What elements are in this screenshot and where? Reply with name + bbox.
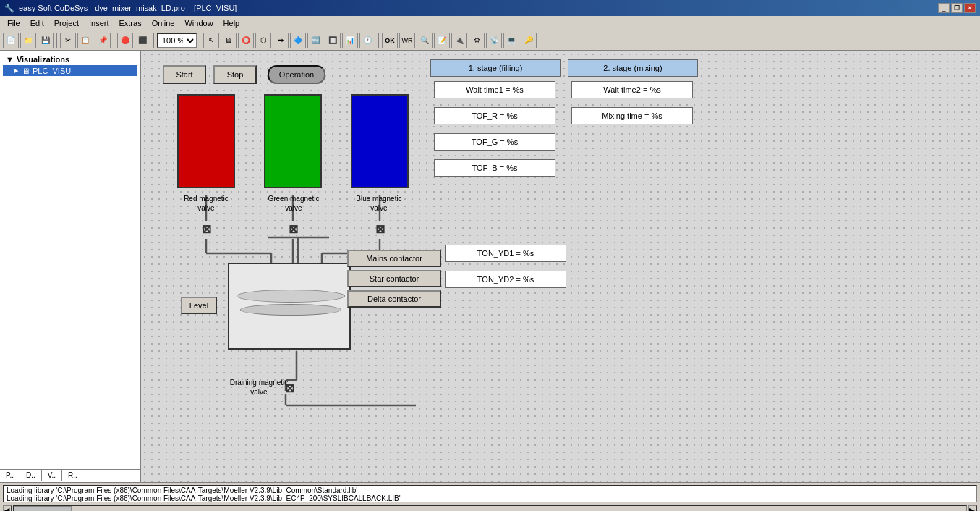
wait-time1-label: Wait time1 = %s	[466, 85, 523, 94]
tb-btn16[interactable]: 📝	[434, 33, 450, 48]
tb-new[interactable]: 📄	[3, 33, 19, 48]
left-panel-tabs: P.. D.. V.. R..	[0, 469, 141, 481]
menu-online[interactable]: Online	[148, 18, 179, 28]
tb-btn6[interactable]: ⭕	[238, 33, 254, 48]
tb-sep3	[153, 33, 154, 48]
tb-btn5[interactable]: 🖥	[221, 33, 237, 48]
status-line1: Loading library 'C:\Program Files (x86)\…	[7, 486, 973, 494]
tab-d[interactable]: D..	[20, 470, 42, 481]
tb-sep1	[56, 33, 57, 48]
tb-btn21[interactable]: 🔑	[521, 33, 537, 48]
tb-btn14[interactable]: WR	[399, 33, 415, 48]
menu-window[interactable]: Window	[180, 18, 217, 28]
tb-btn20[interactable]: 💻	[503, 33, 519, 48]
tab-r[interactable]: R..	[62, 470, 83, 481]
green-valve-label: Green magnetic valve	[264, 194, 323, 213]
status-bar: Loading library 'C:\Program Files (x86)\…	[0, 482, 980, 511]
tb-btn7[interactable]: ⬡	[255, 33, 271, 48]
tab-p[interactable]: P..	[0, 470, 20, 481]
mixer-body	[228, 263, 351, 350]
scroll-track[interactable]	[13, 505, 967, 511]
star-contactor-box[interactable]: Star contactor	[347, 270, 441, 287]
zoom-select[interactable]: 100 % 75 % 50 % 150 % 200 %	[157, 33, 197, 48]
tab-v[interactable]: V..	[42, 470, 62, 481]
level-label: Level	[189, 301, 208, 310]
ton-yd1-label: TON_YD1 = %s	[477, 249, 534, 258]
tb-open[interactable]: 📁	[20, 33, 36, 48]
menu-edit[interactable]: Edit	[26, 18, 48, 28]
menu-insert[interactable]: Insert	[85, 18, 114, 28]
draining-valve-label: Draining magnetic valve	[229, 378, 289, 397]
tb-btn13[interactable]: 🕐	[359, 33, 375, 48]
tof-g-box: TOF_G = %s	[434, 133, 555, 151]
menu-help[interactable]: Help	[219, 18, 244, 28]
tb-btn9[interactable]: 🔷	[290, 33, 306, 48]
status-line2: Loading library 'C:\Program Files (x86)\…	[7, 494, 973, 502]
tank-red	[177, 94, 235, 188]
title-bar-buttons: _ ❐ ✕	[938, 3, 976, 13]
title-bar: 🔧 easy Soft CoDeSys - dye_mixer_misak_LD…	[0, 0, 980, 16]
operation-button[interactable]: Operation	[268, 65, 325, 84]
tb-paste[interactable]: 📌	[95, 33, 111, 48]
tb-btn3[interactable]: 🔴	[117, 33, 133, 48]
tb-btn12[interactable]: 📊	[342, 33, 358, 48]
menu-extras[interactable]: Extras	[114, 18, 145, 28]
tb-copy[interactable]: 📋	[77, 33, 93, 48]
tb-btn17[interactable]: 🔌	[451, 33, 467, 48]
tb-save[interactable]: 💾	[38, 33, 54, 48]
delta-contactor-box[interactable]: Delta contactor	[347, 290, 441, 308]
mixing-time-label: Mixing time = %s	[602, 111, 662, 120]
ton-yd1-box: TON_YD1 = %s	[445, 245, 566, 262]
stage1-header: 1. stage (filling)	[430, 59, 561, 77]
tb-cut[interactable]: ✂	[60, 33, 76, 48]
wait-time2-label: Wait time2 = %s	[603, 85, 660, 94]
stop-label: Stop	[227, 70, 244, 79]
close-btn[interactable]: ✕	[964, 3, 976, 13]
tof-r-box: TOF_R = %s	[434, 107, 555, 124]
tb-cursor[interactable]: ↖	[203, 33, 219, 48]
tb-btn8[interactable]: ➡	[273, 33, 289, 48]
start-button[interactable]: Start	[163, 65, 206, 84]
mains-contactor-box[interactable]: Mains contactor	[347, 250, 441, 267]
tb-btn19[interactable]: 📡	[486, 33, 502, 48]
green-valve-text: Green magnetic valve	[268, 195, 319, 212]
tree-item-label: PLC_VISU	[33, 67, 71, 75]
tree-header: ▼ Visualizations	[3, 54, 137, 65]
drain-valve-symbol: ⊠	[283, 380, 296, 396]
tb-btn11[interactable]: 🔲	[325, 33, 341, 48]
wait-time2-box: Wait time2 = %s	[571, 81, 693, 98]
menu-project[interactable]: Project	[50, 18, 83, 28]
operation-label: Operation	[279, 70, 314, 79]
tb-btn18[interactable]: ⚙	[469, 33, 485, 48]
scroll-thumb[interactable]	[14, 506, 72, 511]
left-panel: ▼ Visualizations ▸ 🖥 PLC_VISU P.. D.. V.…	[0, 51, 141, 482]
blue-valve-symbol: ⊠	[373, 221, 386, 237]
tb-sep2	[114, 33, 114, 48]
blue-valve-text: Blue magnetic valve	[356, 195, 401, 212]
menu-file[interactable]: File	[3, 18, 25, 28]
tree-visu-icon: 🖥	[22, 67, 30, 75]
tof-b-label: TOF_B = %s	[472, 164, 517, 172]
stage2-header: 2. stage (mixing)	[568, 59, 698, 77]
canvas-area: Start Stop Operation 1. stage (filling) …	[141, 51, 980, 482]
tb-sep5	[378, 33, 379, 48]
red-valve-text: Red magnetic valve	[184, 195, 229, 212]
scroll-left[interactable]: ◀	[3, 505, 12, 511]
tb-btn10[interactable]: 🔤	[307, 33, 323, 48]
mains-contactor-label: Mains contactor	[366, 254, 422, 263]
wait-time1-box: Wait time1 = %s	[434, 81, 555, 98]
tb-btn15[interactable]: 🔍	[417, 33, 433, 48]
tof-g-label: TOF_G = %s	[472, 138, 518, 146]
tree-item-plc-visu[interactable]: ▸ 🖥 PLC_VISU	[3, 65, 137, 76]
restore-btn[interactable]: ❐	[951, 3, 963, 13]
tb-ok[interactable]: OK	[382, 33, 398, 48]
star-contactor-label: Star contactor	[370, 274, 419, 283]
tb-btn4[interactable]: ⬛	[135, 33, 150, 48]
stop-button[interactable]: Stop	[213, 65, 257, 84]
level-box[interactable]: Level	[181, 297, 217, 314]
collapse-icon[interactable]: ▼	[6, 55, 14, 64]
scroll-right[interactable]: ▶	[968, 505, 977, 511]
status-output: Loading library 'C:\Program Files (x86)\…	[3, 485, 977, 502]
red-valve-label: Red magnetic valve	[177, 194, 235, 213]
minimize-btn[interactable]: _	[938, 3, 950, 13]
